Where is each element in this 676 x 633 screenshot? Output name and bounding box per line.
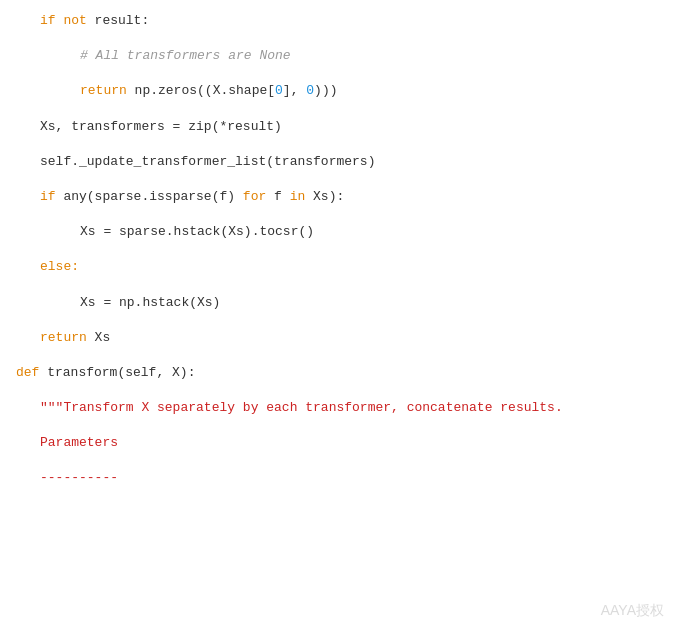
code-token: Xs = sparse.hstack(Xs).tocsr() [80,224,314,239]
code-line: if any(sparse.issparse(f) for f in Xs): [0,186,676,209]
code-line [0,174,676,186]
code-token: return [40,330,87,345]
code-token: ], [283,83,306,98]
code-line: def transform(self, X): [0,362,676,385]
code-line: Parameters [0,432,676,455]
code-line: return Xs [0,327,676,350]
watermark: AAYA授权 [601,599,664,621]
code-block: if not result: # All transformers are No… [0,10,676,490]
code-line [0,455,676,467]
code-line: else: [0,256,676,279]
code-token: ))) [314,83,337,98]
code-line [0,385,676,397]
code-token: transform(self, X): [39,365,195,380]
code-line: Xs = sparse.hstack(Xs).tocsr() [0,221,676,244]
code-line: Xs = np.hstack(Xs) [0,292,676,315]
code-line: """Transform X separately by each transf… [0,397,676,420]
code-token: np.zeros((X.shape[ [127,83,275,98]
code-line: Xs, transformers = zip(*result) [0,116,676,139]
code-line [0,244,676,256]
code-line [0,314,676,326]
code-token: f [266,189,289,204]
code-token: if not [40,13,87,28]
code-line [0,103,676,115]
code-token: Xs): [305,189,344,204]
code-line [0,420,676,432]
code-token: self._update_transformer_list(transforme… [40,154,375,169]
code-line [0,279,676,291]
code-line [0,349,676,361]
code-line: ---------- [0,467,676,490]
code-token: Xs = np.hstack(Xs) [80,295,220,310]
code-token: # All transformers are None [80,48,291,63]
code-token: any(sparse.issparse(f) [56,189,243,204]
code-token: Xs, transformers = zip(*result) [40,119,282,134]
code-token: """Transform X separately by each transf… [40,400,563,415]
code-token: 0 [275,83,283,98]
code-token: 0 [306,83,314,98]
code-token: else: [40,259,79,274]
code-container: if not result: # All transformers are No… [0,0,676,633]
code-token: def [16,365,39,380]
code-line: return np.zeros((X.shape[0], 0))) [0,80,676,103]
code-token: for [243,189,266,204]
code-token: Xs [87,330,110,345]
code-token: in [290,189,306,204]
code-token: ---------- [40,470,118,485]
code-token: result: [87,13,149,28]
code-line [0,209,676,221]
code-line: if not result: [0,10,676,33]
code-line [0,138,676,150]
code-line [0,68,676,80]
code-line [0,33,676,45]
code-line: self._update_transformer_list(transforme… [0,151,676,174]
code-token: return [80,83,127,98]
code-token: if [40,189,56,204]
code-token: Parameters [40,435,118,450]
code-line: # All transformers are None [0,45,676,68]
